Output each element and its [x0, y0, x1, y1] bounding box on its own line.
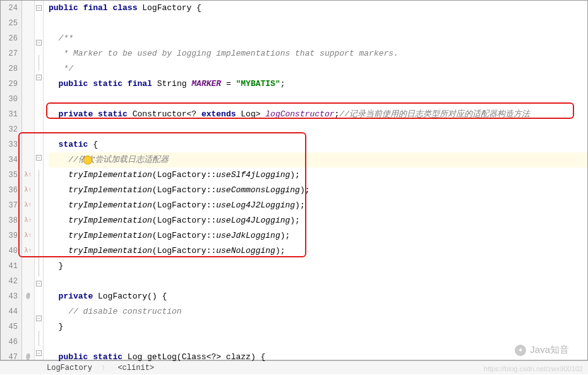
line-number-gutter: 24 252627 282930 313233 343536 373839 40… [1, 1, 22, 360]
code-area[interactable]: public final class LogFactory { /** * Ma… [44, 1, 587, 360]
watermark: ✦ Java知音 [515, 344, 569, 356]
intention-bulb-icon[interactable] [83, 156, 92, 164]
wechat-icon: ✦ [515, 345, 526, 356]
breadcrumb-separator-icon: 〉 [99, 365, 111, 372]
code-line[interactable]: public final class LogFactory { [49, 1, 587, 16]
breadcrumb-item[interactable]: LogFactory [44, 364, 95, 372]
breadcrumb-item[interactable]: <clinit> [115, 364, 157, 372]
fold-column[interactable]: − − − − − − − − [35, 1, 44, 360]
override-gutter-icon[interactable]: @ [22, 289, 34, 304]
gutter-marks: λ↑ λ↑λ↑ λ↑λ↑ λ↑ @ @ [22, 1, 35, 360]
lambda-gutter-icon[interactable]: λ↑ [22, 168, 34, 183]
fold-toggle-icon[interactable]: − [36, 5, 42, 11]
caret-line[interactable]: //依次尝试加载日志适配器 [49, 152, 587, 168]
code-editor[interactable]: 24 252627 282930 313233 343536 373839 40… [0, 0, 588, 360]
watermark-url: https://blog.csdn.net/zwx900102 [484, 365, 583, 372]
line-number: 24 [1, 1, 18, 16]
